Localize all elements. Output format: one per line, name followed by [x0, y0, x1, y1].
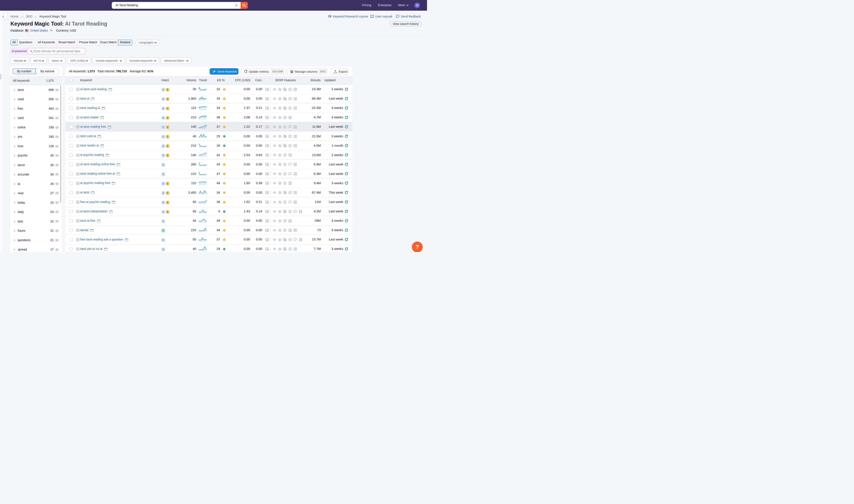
svg-text:AD: AD: [295, 230, 296, 231]
